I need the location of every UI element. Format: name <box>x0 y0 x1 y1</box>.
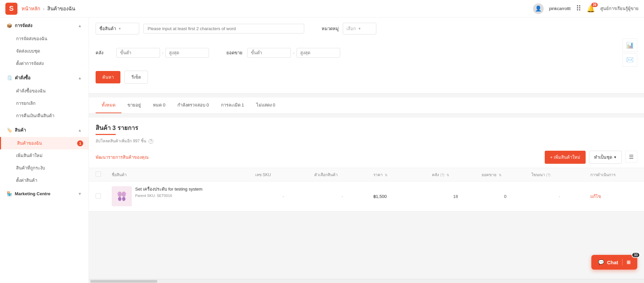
mail-float-icon[interactable]: ✉️ <box>623 53 637 67</box>
header-name: ชื่อสินค้า <box>112 171 253 178</box>
search-button[interactable]: ค้นหา <box>96 71 120 83</box>
title-underline <box>96 134 116 135</box>
sidebar: 📦 การจัดส่ง ▲ การจัดส่งของฉัน จัดส่งแบบช… <box>0 17 89 283</box>
header-checkbox[interactable] <box>96 171 109 178</box>
breadcrumb-sep: › <box>43 6 45 11</box>
tabs-panel: ทั้งหมด ขายอยู่ หมด 0 กำลังตรวจสอบ 0 การ… <box>89 97 644 114</box>
batch-button[interactable]: ทำเป็นชุด ▼ <box>589 151 622 164</box>
tab-violations[interactable]: การละเมิด 1 <box>215 97 250 113</box>
sidebar-section-shipping-header[interactable]: 📦 การจัดส่ง ▲ <box>0 17 89 32</box>
tab-hidden[interactable]: ไม่แสดง 0 <box>250 97 281 113</box>
marketing-chevron-icon: ▼ <box>78 192 82 196</box>
subtitle-help-icon[interactable]: ? <box>149 139 153 144</box>
ads-help-icon[interactable]: (?) <box>546 173 550 177</box>
product-name-select-label: ชื่อสินค้า <box>99 25 116 32</box>
username: pinkcarrottt <box>549 6 571 11</box>
sidebar-item-my-shipping[interactable]: การจัดส่งของฉัน <box>0 32 89 45</box>
sales-max-input[interactable] <box>297 48 340 58</box>
bell-icon[interactable]: 🔔 39 <box>587 5 595 13</box>
list-view-icon[interactable]: ☰ <box>625 151 637 163</box>
table-row: Set เครื่องประดับ for testing system Par… <box>89 182 644 211</box>
analytics-icon[interactable]: 📊 <box>623 39 637 52</box>
product-name-select[interactable]: ชื่อสินค้า ▼ <box>96 23 139 34</box>
home-link[interactable]: หน้าหลัก <box>21 5 40 13</box>
tab-reviewing[interactable]: กำลังตรวจสอบ 0 <box>171 97 215 113</box>
chat-expand-icon: ⊞ <box>627 260 631 265</box>
category-select[interactable]: เลือก ▼ <box>343 23 376 34</box>
header-sku: เลข SKU <box>255 171 312 178</box>
sidebar-item-bulk-shipping[interactable]: จัดส่งแบบชุด <box>0 45 89 57</box>
avatar: 👤 <box>533 3 544 14</box>
price-sort-icon: ⇅ <box>385 173 387 177</box>
product-action-cell[interactable]: แก้ไข <box>590 193 637 200</box>
product-ads-cell: - <box>531 194 588 199</box>
header-price[interactable]: ราคา ⇅ <box>373 171 430 178</box>
reset-button[interactable]: รีเซ็ต <box>124 71 148 84</box>
action-buttons: + เพิ่มสินค้าใหม่ ทำเป็นชุด ▼ ☰ <box>545 151 637 164</box>
sidebar-item-banned-product[interactable]: สินค้าที่ถูกระงับ <box>0 162 89 174</box>
tab-live[interactable]: ขายอยู่ <box>121 97 147 113</box>
apps-icon[interactable]: ⠿ <box>576 4 581 13</box>
logo-icon[interactable]: S <box>5 3 17 15</box>
stock-dash: - <box>162 50 163 55</box>
sidebar-item-return-refund[interactable]: การคืนเงิน/คืนสินค้า <box>0 110 89 122</box>
chat-button[interactable]: 33 💬 Chat ⊞ <box>591 255 637 270</box>
stock-min-input[interactable] <box>116 48 160 58</box>
product-subtitle: อัปโหลดสินค้าเพิ่มอีก 997 ชิ้น ? <box>96 138 637 144</box>
tab-all[interactable]: ทั้งหมด <box>96 97 121 113</box>
sidebar-item-add-product[interactable]: เพิ่มสินค้าใหม่ <box>0 149 89 162</box>
sidebar-item-my-products[interactable]: สินค้าของฉัน 1 <box>0 137 89 149</box>
header-stock[interactable]: คลัง (?) ⇅ <box>432 171 479 178</box>
stock-help-icon[interactable]: (?) <box>440 173 444 177</box>
sidebar-item-my-orders[interactable]: คำสั่งซื้อของฉัน <box>0 85 89 97</box>
bell-badge: 39 <box>591 3 598 7</box>
sidebar-section-marketing-header[interactable]: 🏪 Marketing Centre ▼ <box>0 187 89 200</box>
product-name-input[interactable] <box>143 24 304 33</box>
marketing-section-icon: 🏪 <box>7 191 12 196</box>
product-sku-cell: - <box>255 194 312 199</box>
tab-sold-out[interactable]: หมด 0 <box>147 97 171 113</box>
layout: 📦 การจัดส่ง ▲ การจัดส่งของฉัน จัดส่งแบบช… <box>0 0 644 283</box>
product-sales-cell: 0 <box>482 194 529 199</box>
sidebar-section-products-header[interactable]: 🏷️ สินค้า ▲ <box>0 122 89 137</box>
tabs: ทั้งหมด ขายอยู่ หมด 0 กำลังตรวจสอบ 0 การ… <box>96 97 637 113</box>
sidebar-item-product-settings[interactable]: ตั้งค่าสินค้า <box>0 174 89 187</box>
my-products-badge: 1 <box>77 140 83 146</box>
product-variants-cell: - <box>314 194 371 199</box>
sidebar-item-shipping-settings[interactable]: ตั้งค่าการจัดส่ง <box>0 57 89 70</box>
row-checkbox[interactable] <box>96 193 109 200</box>
category-chevron-icon: ▼ <box>358 27 361 30</box>
sales-label: ยอดขาย <box>226 49 243 56</box>
svg-point-4 <box>117 193 119 195</box>
header-sales[interactable]: ยอดขาย ⇅ <box>482 171 529 178</box>
stock-max-input[interactable] <box>165 48 209 58</box>
table-header-row: ชื่อสินค้า เลข SKU ตัวเลือกสินค้า ราคา ⇅… <box>89 168 644 182</box>
sales-sort-icon: ⇅ <box>499 173 501 177</box>
products-section-label: สินค้า <box>15 127 26 134</box>
sidebar-section-marketing: 🏪 Marketing Centre ▼ <box>0 187 89 200</box>
sidebar-item-cancel-orders[interactable]: การยกเลิก <box>0 97 89 110</box>
products-chevron-icon: ▲ <box>78 128 82 133</box>
scrollbar-container[interactable] <box>89 279 644 283</box>
shipping-section-label: การจัดส่ง <box>15 22 32 29</box>
sales-min-input[interactable] <box>247 48 291 58</box>
svg-point-5 <box>124 193 126 195</box>
shipping-chevron-icon: ▲ <box>78 23 82 28</box>
product-actions-row: พัฒนารายการสินค้าของคุณ + เพิ่มสินค้าใหม… <box>89 147 644 168</box>
breadcrumb: หน้าหลัก › สินค้าของฉัน <box>21 5 75 13</box>
product-thumbnail <box>112 186 132 206</box>
help-link[interactable]: ศูนย์การเรียนรู้ผู้ขาย <box>600 5 639 12</box>
orders-section-label: คำสั่งซื้อ <box>15 74 31 81</box>
scrollbar-thumb[interactable] <box>90 280 157 283</box>
orders-chevron-icon: ▲ <box>78 76 82 80</box>
sidebar-section-shipping: 📦 การจัดส่ง ▲ การจัดส่งของฉัน จัดส่งแบบช… <box>0 17 89 70</box>
chat-message-icon: 💬 <box>598 259 604 265</box>
filter-row-1: ชื่อสินค้า ▼ หมวดหมู่ เลือก ▼ <box>96 23 637 34</box>
add-product-button[interactable]: + เพิ่มสินค้าใหม่ <box>545 151 586 164</box>
category-label: หมวดหมู่ <box>322 25 339 32</box>
sidebar-section-orders-header[interactable]: 🗒️ คำสั่งซื้อ ▲ <box>0 70 89 85</box>
develop-listing-button[interactable]: พัฒนารายการสินค้าของคุณ <box>96 154 149 161</box>
filter-row-3: ค้นหา รีเซ็ต <box>96 71 637 84</box>
svg-point-2 <box>118 197 121 201</box>
product-table: ชื่อสินค้า เลข SKU ตัวเลือกสินค้า ราคา ⇅… <box>89 168 644 211</box>
